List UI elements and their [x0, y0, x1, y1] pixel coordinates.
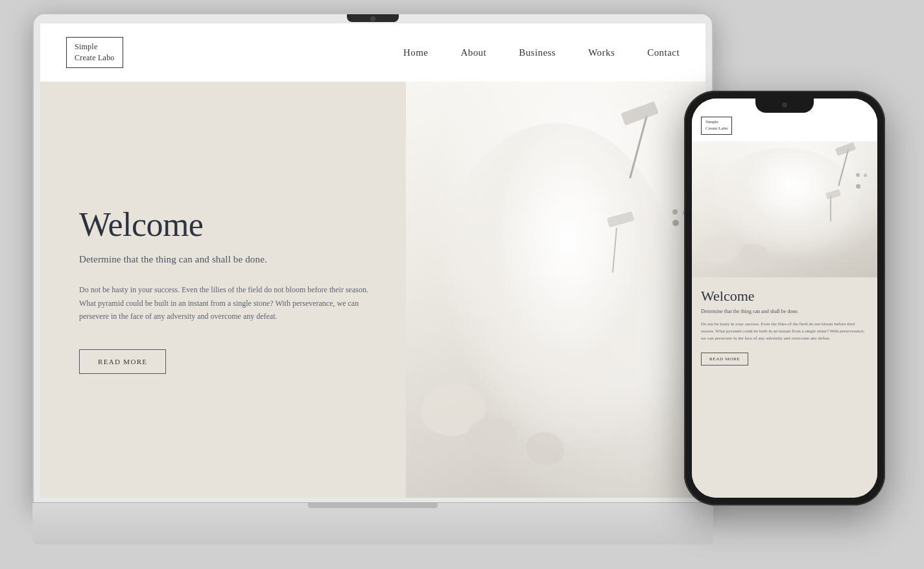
phone-logo: Simple Create Labo: [701, 117, 732, 135]
nav-home[interactable]: Home: [403, 47, 428, 58]
laptop-device: Simple Create Labo Home About Business W…: [32, 13, 713, 544]
laptop-body: Simple Create Labo Home About Business W…: [32, 13, 713, 505]
nav-works[interactable]: Works: [588, 47, 615, 58]
phone-content: Simple Create Labo: [692, 99, 877, 498]
phone-hero-subtitle: Determine that the thing can and shall b…: [701, 308, 868, 314]
hero-left: Welcome Determine that the thing can and…: [40, 82, 406, 498]
laptop-screen: Simple Create Labo Home About Business W…: [40, 23, 705, 498]
hero-right: [406, 82, 705, 498]
logo-text-2: Create Labo: [75, 53, 115, 62]
nav-contact[interactable]: Contact: [647, 47, 680, 58]
phone-hero-text: Welcome Determine that the thing can and…: [692, 277, 877, 498]
phone-logo-text-2: Create Labo: [705, 126, 728, 131]
site-hero: Welcome Determine that the thing can and…: [40, 82, 705, 498]
logo-text: Simple: [75, 42, 97, 51]
laptop-notch: [347, 14, 399, 22]
phone-hero-image: [692, 141, 877, 277]
phone-hero-body: Do not be hasty in your success. Even th…: [701, 321, 868, 343]
site-logo: Simple Create Labo: [66, 37, 123, 68]
website: Simple Create Labo Home About Business W…: [40, 23, 705, 498]
site-nav: Home About Business Works Contact: [403, 47, 680, 58]
read-more-button[interactable]: READ MORE: [79, 349, 166, 374]
phone-camera: [782, 102, 787, 108]
nav-about[interactable]: About: [460, 47, 486, 58]
hero-title: Welcome: [79, 205, 373, 244]
site-header: Simple Create Labo Home About Business W…: [40, 23, 705, 82]
laptop-hinge: [308, 503, 438, 508]
nav-business[interactable]: Business: [519, 47, 556, 58]
scene: Simple Create Labo Home About Business W…: [0, 0, 924, 569]
phone-hero-title: Welcome: [701, 288, 868, 305]
hero-image: [406, 82, 705, 498]
hero-subtitle: Determine that the thing can and shall b…: [79, 254, 373, 265]
phone-logo-text: Simple: [705, 119, 718, 124]
laptop-base: [32, 502, 713, 544]
laptop-camera: [370, 16, 375, 21]
hero-body: Do not be hasty in your success. Even th…: [79, 283, 373, 323]
phone-notch: [755, 99, 814, 113]
phone-screen: Simple Create Labo: [692, 99, 877, 498]
phone-device: Simple Create Labo: [684, 91, 885, 505]
phone-read-more-button[interactable]: READ MORE: [701, 353, 748, 366]
